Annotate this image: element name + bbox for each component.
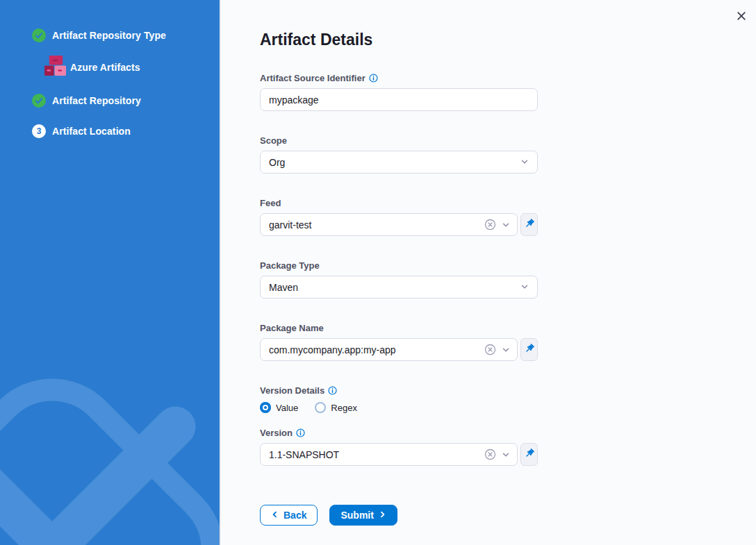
info-icon[interactable] bbox=[296, 428, 305, 437]
chevron-down-icon[interactable] bbox=[502, 451, 510, 459]
wizard-sidebar: Artifact Repository Type Azure Artifacts bbox=[0, 0, 220, 545]
radio-value-label: Value bbox=[276, 403, 298, 413]
page-title: Artifact Details bbox=[260, 31, 538, 49]
artifact-details-panel: Artifact Details Artifact Source Identif… bbox=[220, 0, 756, 545]
submit-button-label: Submit bbox=[340, 510, 373, 521]
pin-icon bbox=[524, 448, 535, 461]
pin-button[interactable] bbox=[520, 443, 538, 466]
artifact-source-identifier-input[interactable] bbox=[260, 88, 538, 111]
feed-label: Feed bbox=[260, 198, 281, 208]
submit-button[interactable]: Submit bbox=[329, 505, 397, 526]
version-input[interactable] bbox=[269, 449, 479, 460]
package-type-selected-value: Maven bbox=[269, 282, 298, 293]
radio-regex[interactable]: Regex bbox=[315, 402, 357, 413]
clear-icon[interactable] bbox=[484, 344, 496, 355]
package-name-combobox[interactable] bbox=[260, 338, 518, 361]
step-complete-check-icon bbox=[32, 28, 46, 42]
back-button[interactable]: Back bbox=[260, 505, 318, 526]
chevron-down-icon bbox=[520, 157, 529, 168]
chevron-down-icon bbox=[520, 282, 529, 293]
artifact-source-identifier-label: Artifact Source Identifier bbox=[260, 73, 365, 83]
package-type-label: Package Type bbox=[260, 260, 320, 271]
scope-field: Scope Org bbox=[260, 135, 538, 174]
azure-artifacts-icon bbox=[44, 56, 66, 78]
version-field: Version bbox=[260, 427, 538, 466]
chevron-right-icon bbox=[379, 510, 386, 521]
artifact-source-identifier-field: Artifact Source Identifier bbox=[260, 72, 538, 111]
step-label: Artifact Repository Type bbox=[52, 30, 166, 41]
info-icon[interactable] bbox=[369, 74, 378, 83]
pin-icon bbox=[524, 218, 535, 231]
harness-logo-watermark bbox=[0, 342, 220, 545]
step-artifact-repository-type[interactable]: Artifact Repository Type bbox=[32, 28, 220, 42]
step-artifact-repository[interactable]: Artifact Repository bbox=[32, 94, 220, 108]
chevron-down-icon[interactable] bbox=[502, 346, 510, 354]
version-label: Version bbox=[260, 428, 293, 438]
step-artifact-location[interactable]: 3 Artifact Location bbox=[32, 124, 220, 138]
pin-button[interactable] bbox=[520, 213, 538, 236]
chevron-down-icon[interactable] bbox=[502, 221, 510, 229]
selected-repository-type-label: Azure Artifacts bbox=[70, 62, 140, 73]
package-name-field: Package Name bbox=[260, 322, 538, 361]
scope-select[interactable]: Org bbox=[260, 151, 538, 174]
version-details-label: Version Details bbox=[260, 385, 324, 396]
step-label: Artifact Location bbox=[52, 126, 131, 137]
version-details-field: Version Details Value Regex bbox=[260, 385, 538, 414]
clear-icon[interactable] bbox=[484, 448, 496, 460]
radio-regex-label: Regex bbox=[331, 403, 357, 413]
clear-icon[interactable] bbox=[484, 219, 496, 230]
close-icon[interactable] bbox=[734, 8, 749, 24]
selected-repository-type: Azure Artifacts bbox=[44, 56, 220, 78]
form-actions: Back Submit bbox=[260, 505, 538, 526]
radio-unselected-icon[interactable] bbox=[315, 402, 326, 413]
version-combobox[interactable] bbox=[260, 443, 518, 466]
radio-value[interactable]: Value bbox=[260, 402, 298, 413]
step-number-badge: 3 bbox=[32, 124, 46, 138]
step-complete-check-icon bbox=[32, 94, 46, 108]
back-button-label: Back bbox=[284, 510, 306, 521]
pin-button[interactable] bbox=[520, 338, 538, 361]
radio-selected-icon[interactable] bbox=[260, 402, 271, 413]
pin-icon bbox=[524, 343, 535, 356]
step-label: Artifact Repository bbox=[52, 95, 141, 106]
package-name-label: Package Name bbox=[260, 323, 324, 333]
feed-input[interactable] bbox=[269, 219, 479, 230]
feed-field: Feed bbox=[260, 197, 538, 236]
scope-label: Scope bbox=[260, 135, 287, 146]
package-type-field: Package Type Maven bbox=[260, 260, 538, 299]
wizard-steps: Artifact Repository Type Azure Artifacts bbox=[0, 0, 220, 138]
info-icon[interactable] bbox=[328, 386, 337, 395]
package-name-input[interactable] bbox=[269, 344, 479, 355]
package-type-select[interactable]: Maven bbox=[260, 276, 538, 299]
feed-combobox[interactable] bbox=[260, 213, 518, 236]
scope-selected-value: Org bbox=[269, 157, 285, 168]
chevron-left-icon bbox=[271, 510, 279, 521]
